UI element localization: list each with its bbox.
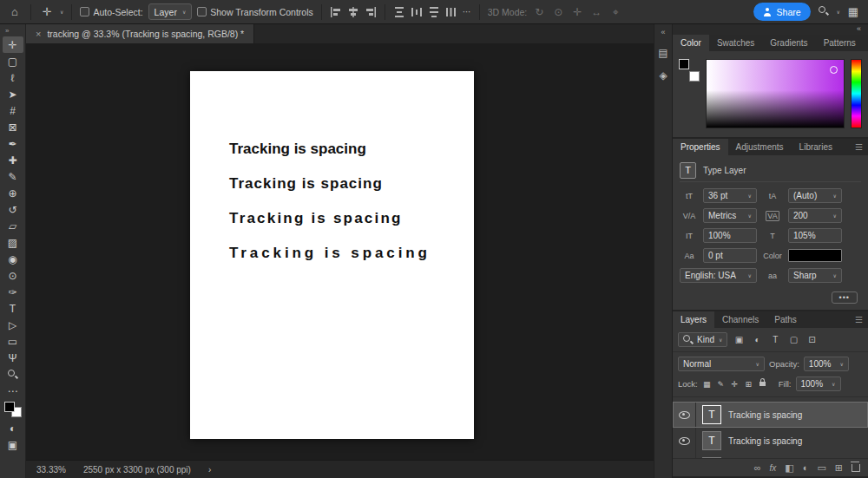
canvas-workspace[interactable]: Tracking is spacing Tracking is spacing … bbox=[26, 43, 654, 460]
move-tool[interactable]: ✛ bbox=[3, 36, 23, 53]
distribute-bottom-edges-icon[interactable] bbox=[428, 6, 440, 18]
brush-settings-icon[interactable]: ▤ bbox=[658, 47, 667, 59]
document-tab[interactable]: × tracking @ 33.3% (Tracking is spacing,… bbox=[26, 24, 254, 43]
eraser-tool[interactable]: ▱ bbox=[3, 218, 23, 234]
close-icon[interactable]: × bbox=[36, 29, 41, 39]
new-group-icon[interactable]: ▭ bbox=[817, 462, 825, 474]
pen-tool[interactable]: ✑ bbox=[3, 284, 23, 300]
filter-smart-objects-icon[interactable]: ⊡ bbox=[805, 335, 819, 344]
layer-row[interactable]: T Tracking is spacing bbox=[673, 402, 868, 428]
home-icon[interactable]: ⌂ bbox=[7, 5, 23, 18]
3d-roll-icon[interactable]: ⊙ bbox=[551, 6, 565, 18]
filter-pixel-layers-icon[interactable]: ▣ bbox=[732, 335, 746, 344]
gradient-tool[interactable]: ▨ bbox=[3, 234, 23, 251]
tab-paths[interactable]: Paths bbox=[766, 311, 805, 328]
visibility-toggle[interactable] bbox=[673, 428, 696, 454]
tools-collapse-icon[interactable]: » bbox=[0, 25, 9, 36]
expand-dock-icon[interactable]: « bbox=[661, 28, 665, 36]
tab-patterns[interactable]: Patterns bbox=[816, 35, 864, 51]
type-layer-thumbnail[interactable]: T bbox=[702, 405, 721, 424]
frame-tool[interactable]: ⊠ bbox=[3, 119, 23, 135]
foreground-color-chip[interactable] bbox=[4, 402, 15, 412]
filter-adjustment-layers-icon[interactable]: ◐ bbox=[750, 335, 764, 344]
filter-type-layers-icon[interactable]: T bbox=[768, 335, 782, 344]
delete-layer-icon[interactable] bbox=[852, 464, 860, 472]
adjustment-layer-icon[interactable]: ◐ bbox=[803, 462, 809, 473]
auto-select-checkbox[interactable] bbox=[80, 7, 89, 16]
path-selection-tool[interactable]: ▷ bbox=[3, 317, 23, 333]
align-horizontal-centers-icon[interactable] bbox=[347, 6, 359, 18]
history-brush-tool[interactable]: ↺ bbox=[3, 201, 23, 218]
baseline-shift-field[interactable]: 0 pt bbox=[703, 248, 757, 263]
brush-tool[interactable]: ✎ bbox=[3, 168, 23, 185]
rectangle-tool[interactable]: ▭ bbox=[3, 333, 23, 350]
3d-dolly-icon[interactable]: ⌖ bbox=[608, 6, 622, 18]
more-properties-button[interactable]: ••• bbox=[832, 291, 858, 304]
libraries-cube-icon[interactable]: ◈ bbox=[659, 69, 667, 82]
layer-row[interactable]: T Tracking is spacing bbox=[673, 428, 868, 454]
status-menu-chevron[interactable]: › bbox=[208, 465, 211, 475]
tab-layers[interactable]: Layers bbox=[673, 311, 714, 328]
eyedropper-tool[interactable]: ✒ bbox=[3, 135, 23, 152]
lock-transparency-icon[interactable]: ▦ bbox=[702, 380, 712, 389]
search-icon[interactable] bbox=[816, 5, 832, 18]
tracking-field[interactable]: 200 ∨ bbox=[788, 208, 842, 223]
screen-mode-icon[interactable]: ▣ bbox=[3, 436, 23, 453]
lock-all-icon[interactable] bbox=[760, 382, 766, 386]
share-button[interactable]: Share bbox=[753, 3, 811, 21]
color-picker-field[interactable] bbox=[706, 59, 845, 128]
blur-tool[interactable]: ◉ bbox=[3, 251, 23, 267]
foreground-background-swatches[interactable] bbox=[4, 402, 22, 417]
kerning-field[interactable]: Metrics ∨ bbox=[703, 208, 757, 223]
marquee-tool[interactable]: ▢ bbox=[3, 53, 23, 69]
chevron-down-icon[interactable]: ∨ bbox=[837, 10, 840, 15]
lock-artboard-icon[interactable]: ⊞ bbox=[744, 380, 753, 389]
current-tool-move-icon[interactable]: ✛ bbox=[39, 5, 55, 18]
color-picker-marker[interactable] bbox=[830, 66, 838, 74]
horizontal-scale-field[interactable]: 105% bbox=[788, 228, 842, 243]
language-field[interactable]: English: USA ∨ bbox=[680, 268, 757, 283]
type-layer-thumbnail[interactable]: T bbox=[702, 431, 721, 450]
document-page[interactable]: Tracking is spacing Tracking is spacing … bbox=[190, 71, 474, 439]
blend-mode-dropdown[interactable]: Normal ∨ bbox=[678, 357, 765, 371]
align-left-edges-icon[interactable] bbox=[330, 6, 342, 18]
tab-channels[interactable]: Channels bbox=[714, 311, 766, 328]
tab-gradients[interactable]: Gradients bbox=[762, 35, 815, 51]
distribute-horizontal-centers-icon[interactable] bbox=[445, 6, 457, 18]
lock-image-icon[interactable]: ✎ bbox=[716, 380, 726, 389]
more-options-icon[interactable]: ⋯ bbox=[463, 7, 471, 16]
type-tool[interactable]: T bbox=[3, 300, 23, 317]
tab-properties[interactable]: Properties bbox=[673, 139, 728, 155]
3d-slide-icon[interactable]: ↔ bbox=[589, 6, 603, 18]
zoom-tool[interactable] bbox=[3, 366, 23, 383]
fill-field[interactable]: 100% ∨ bbox=[796, 377, 841, 391]
new-layer-icon[interactable]: ⊞ bbox=[835, 462, 843, 474]
tab-libraries[interactable]: Libraries bbox=[792, 139, 840, 155]
leading-field[interactable]: (Auto) ∨ bbox=[788, 188, 842, 203]
workspace-switcher-icon[interactable]: ▦ bbox=[845, 5, 861, 18]
tab-color[interactable]: Color bbox=[673, 35, 709, 51]
3d-orbit-icon[interactable]: ↻ bbox=[532, 6, 546, 18]
collapse-dock-icon[interactable]: « bbox=[857, 24, 861, 35]
type-color-swatch[interactable] bbox=[788, 249, 842, 262]
tab-adjustments[interactable]: Adjustments bbox=[728, 139, 792, 155]
add-mask-icon[interactable]: ◧ bbox=[785, 462, 793, 474]
panel-menu-icon[interactable]: ☰ bbox=[864, 35, 868, 51]
hue-slider[interactable] bbox=[851, 59, 862, 128]
healing-brush-tool[interactable]: ✚ bbox=[3, 152, 23, 168]
visibility-toggle[interactable] bbox=[673, 402, 696, 428]
dodge-tool[interactable]: ⊙ bbox=[3, 267, 23, 284]
3d-pan-icon[interactable]: ✛ bbox=[570, 6, 584, 18]
font-size-field[interactable]: 36 pt ∨ bbox=[703, 188, 757, 203]
opacity-field[interactable]: 100% ∨ bbox=[804, 357, 849, 371]
object-selection-tool[interactable]: ➤ bbox=[3, 86, 23, 102]
filter-kind-dropdown[interactable]: Kind ∨ bbox=[678, 332, 727, 347]
tab-swatches[interactable]: Swatches bbox=[709, 35, 762, 51]
lasso-tool[interactable]: ℓ bbox=[3, 69, 23, 86]
background-color-chip[interactable] bbox=[689, 71, 700, 82]
distribute-top-edges-icon[interactable] bbox=[393, 6, 405, 18]
vertical-scale-field[interactable]: 100% bbox=[703, 228, 757, 243]
lock-position-icon[interactable]: ✛ bbox=[730, 380, 740, 389]
edit-toolbar-icon[interactable]: ⋯ bbox=[3, 383, 23, 399]
show-transform-checkbox[interactable] bbox=[197, 7, 207, 16]
